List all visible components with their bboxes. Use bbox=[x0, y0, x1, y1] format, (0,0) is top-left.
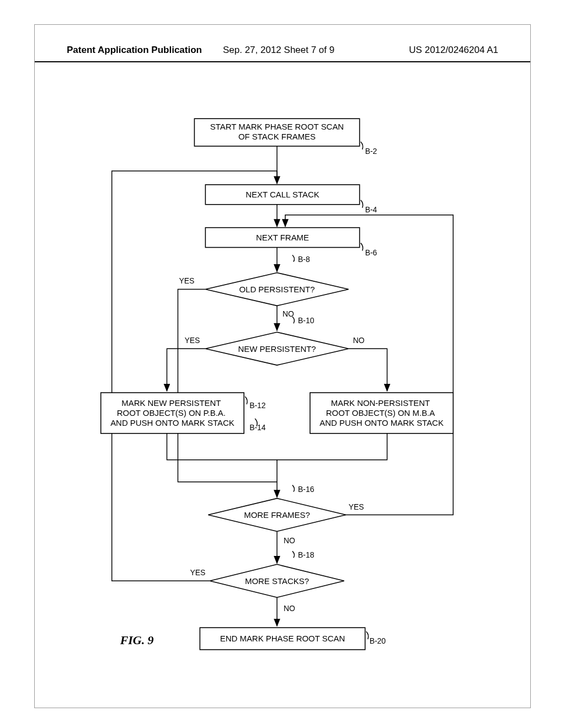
node-b12-text: MARK NEW PERSISTENT ROOT OBJECT(S) ON P.… bbox=[110, 398, 234, 427]
header-right: US 2012/0246204 A1 bbox=[409, 45, 498, 56]
label-b8-yes: YES bbox=[179, 276, 194, 285]
label-b10-yes: YES bbox=[184, 336, 200, 345]
page-header: Patent Application Publication Sep. 27, … bbox=[35, 45, 530, 62]
label-b16-no: NO bbox=[284, 536, 295, 545]
node-b10-text: NEW PERSISTENT? bbox=[238, 344, 316, 354]
ref-b6: B-6 bbox=[361, 243, 377, 257]
node-b16-text: MORE FRAMES? bbox=[244, 510, 310, 520]
loopline-b16-b6 bbox=[285, 215, 453, 515]
svg-text:B-6: B-6 bbox=[365, 248, 377, 257]
ref-b2: B-2 bbox=[361, 142, 377, 156]
node-b4-text: NEXT CALL STACK bbox=[246, 190, 319, 199]
ref-b16: B-16 bbox=[292, 485, 315, 494]
label-b18-yes: YES bbox=[190, 568, 205, 577]
figure-label: FIG. 9 bbox=[120, 633, 154, 647]
edge-b12-merge bbox=[167, 433, 277, 460]
ref-b20: B-20 bbox=[366, 631, 386, 645]
ref-b14: B-14 bbox=[249, 419, 266, 432]
svg-text:B-16: B-16 bbox=[298, 485, 315, 494]
ref-b12: B-12 bbox=[245, 397, 266, 410]
svg-text:B-18: B-18 bbox=[298, 550, 315, 559]
page-frame: Patent Application Publication Sep. 27, … bbox=[34, 24, 531, 708]
svg-text:B-2: B-2 bbox=[365, 147, 377, 156]
node-b6-text: NEXT FRAME bbox=[256, 233, 309, 242]
ref-b10: B-10 bbox=[292, 316, 315, 325]
svg-text:B-8: B-8 bbox=[298, 255, 310, 264]
label-b10-no: NO bbox=[353, 336, 365, 345]
node-b14-text: MARK NON-PERSISTENT ROOT OBJECT(S) ON M.… bbox=[319, 398, 444, 427]
ref-b18: B-18 bbox=[292, 550, 315, 559]
node-b8-text: OLD PERSISTENT? bbox=[239, 285, 315, 294]
ref-b4: B-4 bbox=[361, 200, 377, 214]
header-mid: Sep. 27, 2012 Sheet 7 of 9 bbox=[223, 45, 334, 56]
node-b20-text: END MARK PHASE ROOT SCAN bbox=[220, 634, 345, 643]
svg-text:B-12: B-12 bbox=[249, 401, 266, 410]
svg-text:B-4: B-4 bbox=[365, 205, 377, 214]
label-b18-no: NO bbox=[284, 604, 295, 613]
edge-b10-yes bbox=[167, 349, 205, 391]
flowchart-svg: START MARK PHASE ROOT SCANOF STACK FRAME… bbox=[35, 91, 530, 708]
edge-b8-yes bbox=[178, 289, 277, 481]
flowchart: START MARK PHASE ROOT SCANOF STACK FRAME… bbox=[35, 91, 530, 708]
edge-b10-no bbox=[349, 349, 387, 391]
node-b18-text: MORE STACKS? bbox=[245, 576, 309, 586]
ref-b8: B-8 bbox=[292, 255, 310, 264]
svg-text:B-10: B-10 bbox=[298, 316, 315, 325]
svg-text:B-14: B-14 bbox=[249, 423, 266, 432]
label-b16-yes: YES bbox=[349, 502, 364, 511]
svg-text:B-20: B-20 bbox=[370, 636, 386, 645]
header-left: Patent Application Publication bbox=[67, 45, 202, 56]
edge-b14-merge bbox=[277, 433, 387, 460]
